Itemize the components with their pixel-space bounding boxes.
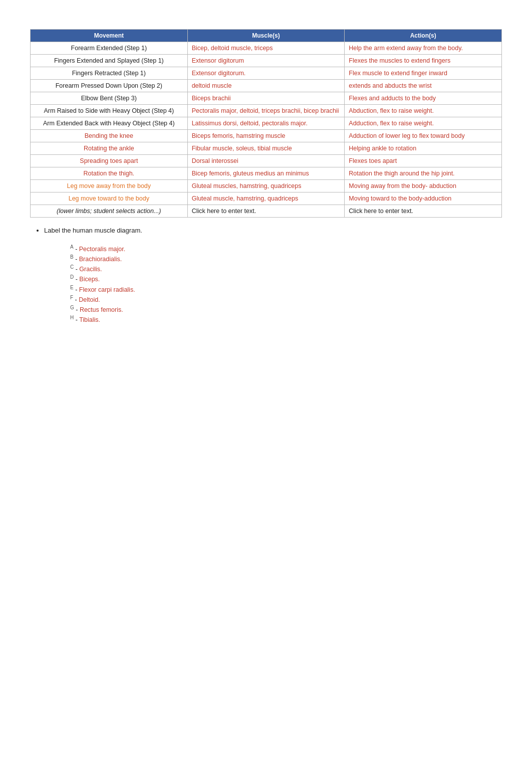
- cell-action: Helping ankle to rotation: [345, 142, 502, 155]
- cell-movement: Forearm Pressed Down Upon (Step 2): [31, 80, 188, 92]
- table-row: Leg move away from the bodyGluteal muscl…: [31, 180, 502, 192]
- label-muscle-name: Biceps.: [79, 276, 100, 283]
- cell-movement: Forearm Extended (Step 1): [31, 42, 188, 55]
- cell-muscles: Biceps femoris, hamstring muscle: [187, 130, 345, 142]
- cell-movement: Rotating the ankle: [31, 142, 188, 155]
- label-dash: -: [74, 286, 79, 293]
- cell-movement: Rotation the thigh.: [31, 167, 188, 180]
- cell-action: Flexes and adducts to the body: [345, 92, 502, 105]
- label-dash: -: [74, 256, 79, 263]
- cell-action: Rotation the thigh around the hip joint.: [345, 167, 502, 180]
- table-row: Elbow Bent (Step 3)Biceps brachiiFlexes …: [31, 92, 502, 105]
- table-row: Leg move toward to the bodyGluteal muscl…: [31, 192, 502, 205]
- table-row: Forearm Pressed Down Upon (Step 2)deltoi…: [31, 80, 502, 92]
- label-muscle-name: Rectus femoris.: [80, 306, 123, 313]
- cell-action: Flexes toes apart: [345, 155, 502, 167]
- label-dash: -: [74, 266, 79, 273]
- cell-muscles: Click here to enter text.: [187, 205, 345, 218]
- header-muscles: Muscle(s): [187, 30, 345, 42]
- cell-muscles: Bicep femoris, gluteus medius an minimus: [187, 167, 345, 180]
- table-row: Spreading toes apartDorsal interosseiFle…: [31, 155, 502, 167]
- table-row: Arm Extended Back with Heavy Object (Ste…: [31, 117, 502, 130]
- label-dash: -: [74, 306, 80, 313]
- post-lab-list: Label the human muscle diagram.: [44, 227, 502, 234]
- table-row: Rotating the ankleFibular muscle, soleus…: [31, 142, 502, 155]
- label-letter: A: [70, 244, 74, 250]
- cell-muscles: Extensor digitorum.: [187, 67, 345, 80]
- cell-action: Flexes the muscles to extend fingers: [345, 55, 502, 67]
- gross-anatomy-table: Movement Muscle(s) Action(s) Forearm Ext…: [30, 29, 502, 218]
- muscle-label-item: A - Pectoralis major.: [70, 244, 502, 253]
- header-actions: Action(s): [345, 30, 502, 42]
- cell-muscles: Dorsal interossei: [187, 155, 345, 167]
- table-row: Rotation the thigh.Bicep femoris, gluteu…: [31, 167, 502, 180]
- label-dash: -: [74, 246, 79, 253]
- table-row: (lower limbs; student selects action...)…: [31, 205, 502, 218]
- cell-movement: Spreading toes apart: [31, 155, 188, 167]
- label-muscle-name: Brachioradialis.: [79, 256, 122, 263]
- cell-muscles: Gluteal muscles, hamstring, quadriceps: [187, 180, 345, 192]
- cell-movement: (lower limbs; student selects action...): [31, 205, 188, 218]
- muscle-label-item: E - Flexor carpi radialis.: [70, 285, 502, 293]
- table-row: Fingers Retracted (Step 1)Extensor digit…: [31, 67, 502, 80]
- label-muscle-name: Flexor carpi radialis.: [79, 286, 135, 293]
- cell-action: extends and abducts the wrist: [345, 80, 502, 92]
- muscle-label-item: C - Gracilis.: [70, 264, 502, 273]
- cell-movement: Leg move away from the body: [31, 180, 188, 192]
- cell-action: Adduction, flex to raise weight.: [345, 117, 502, 130]
- muscle-labels-section: A - Pectoralis major.B - Brachioradialis…: [70, 244, 502, 323]
- table-header-row: Movement Muscle(s) Action(s): [31, 30, 502, 42]
- cell-movement: Fingers Retracted (Step 1): [31, 67, 188, 80]
- cell-action: Moving away from the body- abduction: [345, 180, 502, 192]
- table-row: Fingers Extended and Splayed (Step 1)Ext…: [31, 55, 502, 67]
- cell-action: Help the arm extend away from the body.: [345, 42, 502, 55]
- cell-movement: Arm Raised to Side with Heavy Object (St…: [31, 105, 188, 117]
- cell-muscles: Gluteal muscle, hamstring, quadriceps: [187, 192, 345, 205]
- label-dash: -: [73, 296, 79, 303]
- cell-muscles: Fibular muscle, soleus, tibial muscle: [187, 142, 345, 155]
- cell-muscles: Extensor digitorum: [187, 55, 345, 67]
- label-dash: -: [74, 276, 79, 283]
- cell-movement: Fingers Extended and Splayed (Step 1): [31, 55, 188, 67]
- label-letter: E: [70, 285, 74, 290]
- muscle-label-item: D - Biceps.: [70, 274, 502, 283]
- label-muscle-name: Tibialis.: [79, 316, 100, 323]
- muscle-label-item: H - Tibialis.: [70, 315, 502, 323]
- label-letter: G: [70, 305, 74, 310]
- cell-action: Moving toward to the body-adduction: [345, 192, 502, 205]
- table-row: Forearm Extended (Step 1)Bicep, deltoid …: [31, 42, 502, 55]
- label-muscle-name: Gracilis.: [79, 266, 102, 273]
- cell-movement: Arm Extended Back with Heavy Object (Ste…: [31, 117, 188, 130]
- table-row: Bending the kneeBiceps femoris, hamstrin…: [31, 130, 502, 142]
- header-movement: Movement: [31, 30, 188, 42]
- label-letter: B: [70, 254, 74, 260]
- cell-muscles: Biceps brachii: [187, 92, 345, 105]
- cell-movement: Leg move toward to the body: [31, 192, 188, 205]
- cell-movement: Bending the knee: [31, 130, 188, 142]
- cell-action: Flex muscle to extend finger inward: [345, 67, 502, 80]
- label-muscle-name: Pectoralis major.: [79, 246, 125, 253]
- cell-action: Click here to enter text.: [345, 205, 502, 218]
- cell-action: Abduction, flex to raise weight.: [345, 105, 502, 117]
- label-muscle-name: Deltoid.: [79, 296, 100, 303]
- label-dash: -: [74, 316, 79, 323]
- table-row: Arm Raised to Side with Heavy Object (St…: [31, 105, 502, 117]
- cell-muscles: Latissimus dorsi, deltoid, pectoralis ma…: [187, 117, 345, 130]
- cell-action: Adduction of lower leg to flex toward bo…: [345, 130, 502, 142]
- cell-movement: Elbow Bent (Step 3): [31, 92, 188, 105]
- cell-muscles: deltoid muscle: [187, 80, 345, 92]
- muscle-label-item: F - Deltoid.: [70, 295, 502, 303]
- cell-muscles: Bicep, deltoid muscle, triceps: [187, 42, 345, 55]
- cell-muscles: Pectoralis major, deltoid, triceps brach…: [187, 105, 345, 117]
- muscle-label-item: B - Brachioradialis.: [70, 254, 502, 263]
- muscle-label-item: G - Rectus femoris.: [70, 305, 502, 313]
- post-lab-section: Label the human muscle diagram.: [30, 227, 502, 234]
- post-lab-item-1: Label the human muscle diagram.: [44, 227, 502, 234]
